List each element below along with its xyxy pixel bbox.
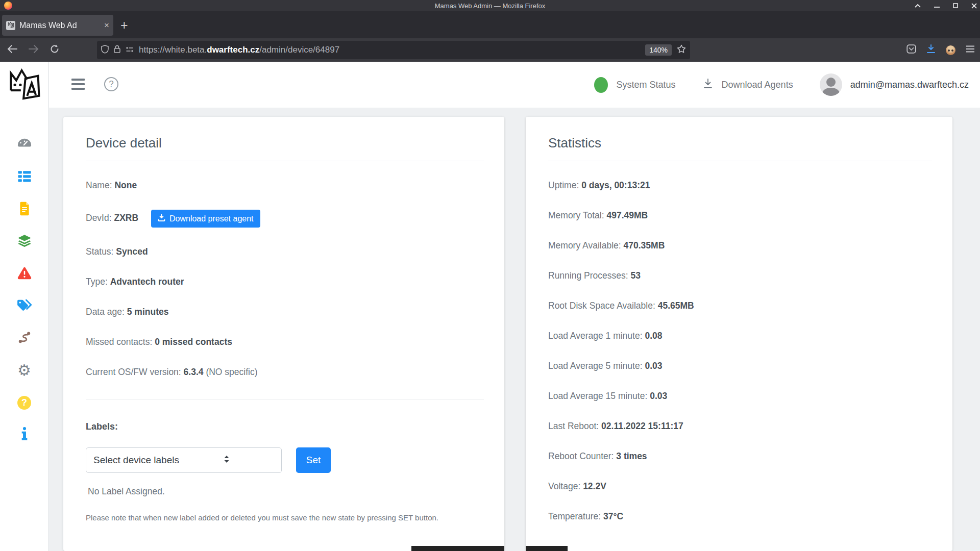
minimize-window-icon[interactable] (934, 4, 940, 8)
statistics-card: Statistics Uptime: 0 days, 00:13:21 Memo… (526, 117, 952, 551)
reload-icon[interactable] (50, 44, 59, 56)
tracking-shield-icon[interactable] (101, 45, 109, 56)
devices-list-icon (17, 170, 32, 185)
browser-menu-icon[interactable] (966, 45, 975, 55)
no-label-text: No Label Assigned. (86, 486, 484, 497)
sidebar: ⚙ ? (0, 62, 48, 551)
divider (548, 161, 932, 161)
new-tab-button[interactable]: + (120, 18, 128, 32)
stat-root-disk: Root Disk Space Available: 45.65MB (548, 300, 932, 312)
question-circle-icon: ? (17, 396, 31, 410)
mamas-logo[interactable] (7, 66, 41, 110)
device-field-missed-contacts: Missed contacts: 0 missed contacts (86, 336, 484, 348)
firefox-account-avatar[interactable] (946, 45, 955, 55)
dashboard-icon (17, 138, 32, 153)
user-avatar[interactable] (820, 73, 842, 96)
sidebar-item-labels[interactable] (0, 296, 48, 316)
gear-icon: ⚙ (17, 363, 31, 378)
maximize-window-icon[interactable] (953, 3, 958, 8)
stat-memory-available: Memory Available: 470.35MB (548, 240, 932, 252)
statistics-title: Statistics (548, 135, 932, 151)
divider (86, 399, 484, 400)
tab-title: Mamas Web Ad (19, 21, 103, 30)
menu-toggle-icon[interactable] (71, 79, 85, 90)
info-icon (21, 427, 28, 442)
device-detail-card: Device detail Name: None DevId: ZXRB Dow… (63, 117, 504, 551)
stat-memory-total: Memory Total: 497.49MB (548, 210, 932, 221)
stat-reboot-counter: Reboot Counter: 3 times (548, 450, 932, 462)
zoom-level-indicator[interactable]: 140% (645, 44, 672, 56)
user-email[interactable]: admin@mamas.dwarftech.cz (850, 80, 969, 90)
device-field-os-version: Current OS/FW version: 6.3.4 (NO specifi… (86, 366, 484, 378)
app-header: ? System Status Download Agents admin@ma… (49, 62, 980, 108)
device-field-name: Name: None (86, 180, 484, 191)
window-title: Mamas Web Admin — Mozilla Firefox (0, 2, 980, 10)
firefox-icon (4, 2, 12, 10)
permissions-icon[interactable] (126, 45, 134, 55)
device-detail-title: Device detail (86, 135, 484, 151)
sidebar-item-help[interactable]: ? (0, 392, 48, 413)
lock-icon[interactable] (114, 45, 120, 55)
divider (86, 161, 484, 161)
cut-off-element (411, 546, 504, 551)
tab-mamas-web-admin[interactable]: Mamas Web Ad × (2, 15, 113, 36)
stat-running-processes: Running Processes: 53 (548, 270, 932, 282)
warning-triangle-icon (17, 267, 32, 282)
sidebar-item-alerts[interactable] (0, 264, 48, 284)
page-background: ⚙ ? ? System Status Download Agents admi… (0, 62, 980, 551)
stat-load-1: Load Average 1 minute: 0.08 (548, 330, 932, 342)
url-text[interactable]: https://white.beta.dwarftech.cz/admin/de… (139, 45, 645, 55)
sidebar-item-devices-list[interactable] (0, 167, 48, 188)
sidebar-item-dashboard[interactable] (0, 135, 48, 156)
back-icon[interactable] (7, 45, 17, 55)
pocket-icon[interactable] (906, 44, 916, 56)
sidebar-item-routes[interactable] (0, 328, 48, 348)
sidebar-item-settings[interactable]: ⚙ (0, 360, 48, 381)
help-icon[interactable]: ? (104, 77, 118, 91)
download-icon (158, 214, 165, 223)
sidebar-item-info[interactable] (0, 424, 48, 445)
sidebar-item-layers[interactable] (0, 232, 48, 252)
download-agents-icon (702, 78, 714, 91)
device-field-status: Status: Synced (86, 246, 484, 258)
labels-heading: Labels: (86, 421, 484, 432)
downloads-icon[interactable] (926, 44, 936, 56)
cut-off-element (526, 546, 568, 551)
system-status-label[interactable]: System Status (616, 80, 675, 90)
stat-load-5: Load Average 5 minute: 0.03 (548, 360, 932, 372)
browser-toolbar: https://white.beta.dwarftech.cz/admin/de… (0, 38, 980, 62)
select-stepper-icon (224, 455, 274, 466)
system-status-indicator (594, 77, 608, 93)
device-field-type: Type: Advantech router (86, 276, 484, 288)
document-icon (19, 202, 30, 218)
stat-voltage: Voltage: 12.2V (548, 481, 932, 492)
stat-last-reboot: Last Reboot: 02.11.2022 15:11:17 (548, 420, 932, 432)
tab-close-icon[interactable]: × (104, 21, 109, 30)
url-bar[interactable]: https://white.beta.dwarftech.cz/admin/de… (97, 41, 690, 59)
window-titlebar: Mamas Web Admin — Mozilla Firefox (0, 0, 980, 11)
stat-uptime: Uptime: 0 days, 00:13:21 (548, 180, 932, 191)
route-icon (18, 331, 31, 346)
shade-window-icon[interactable] (915, 4, 921, 8)
set-labels-button[interactable]: Set (296, 447, 331, 473)
bookmark-star-icon[interactable] (677, 44, 686, 56)
forward-icon[interactable] (29, 45, 39, 55)
download-preset-agent-button[interactable]: Download preset agent (151, 210, 260, 228)
close-window-icon[interactable] (971, 3, 977, 9)
layers-icon (17, 234, 32, 249)
tab-bar: Mamas Web Ad × + (0, 11, 980, 38)
tab-favicon (6, 21, 15, 30)
sidebar-item-documents[interactable] (0, 199, 48, 220)
tags-icon (17, 299, 32, 314)
device-field-devid: DevId: ZXRB Download preset agent (86, 210, 484, 228)
labels-note: Please note that when new label added or… (86, 513, 484, 522)
stat-temperature: Temperature: 37°C (548, 511, 932, 522)
download-agents-label[interactable]: Download Agents (722, 80, 793, 90)
stat-load-15: Load Average 15 minute: 0.03 (548, 390, 932, 402)
device-field-data-age: Data age: 5 minutes (86, 306, 484, 318)
device-labels-select[interactable]: Select device labels (86, 447, 282, 473)
